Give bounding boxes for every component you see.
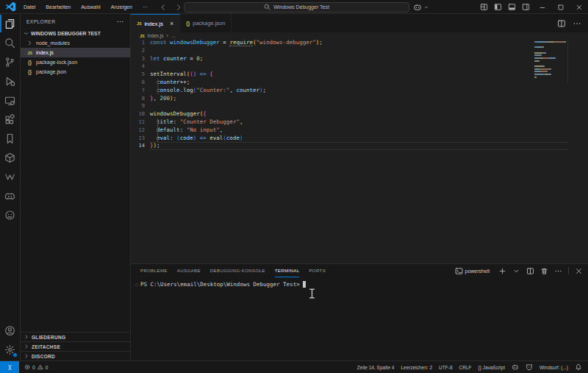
file-index.js[interactable]: JSindex.js [21,48,130,57]
file-label: node_modules [36,40,70,46]
close-panel-icon[interactable] [575,267,583,275]
notifications-icon[interactable] [575,363,582,371]
activity-settings[interactable] [0,340,20,359]
code-line-6[interactable]: 6 counter++; [131,79,588,87]
copilot-menu-button[interactable] [413,0,429,14]
problems-indicator[interactable]: 0 0 [19,364,48,370]
sidebar-sections: GLIEDERUNGZEITACHSEDISCORD [21,332,130,360]
language-mode[interactable]: {} JavaScript [478,365,505,370]
code-line-11[interactable]: 11 title: "Counter Debugger", [131,118,588,127]
close-tab-icon[interactable]: × [170,21,173,26]
menu-overflow-button[interactable]: ··· [137,0,153,14]
code-line-13[interactable]: 13 eval: (code) => eval(code) [131,135,588,143]
menu-bearbeiten[interactable]: Bearbeiten [40,0,76,14]
activity-account[interactable] [0,321,20,340]
code-line-3[interactable]: 3let counter = 0; [131,55,588,63]
cube-icon [4,152,15,163]
file-label: package.json [36,69,66,74]
toggle-primary-sidebar-icon[interactable] [494,3,502,11]
window-controls [533,0,588,14]
code-line-2[interactable]: 2 [131,47,588,55]
window-minimize-button[interactable] [533,0,551,14]
menu-datei[interactable]: Datei [18,0,40,14]
eol[interactable]: CRLF [459,365,472,370]
command-center-search[interactable]: Windows Debugger Test [184,2,409,13]
json-file-icon: {} [186,21,190,26]
forward-icon[interactable] [174,3,183,12]
chevron-down-icon[interactable] [512,267,520,275]
chevron-right-icon [24,334,29,340]
activity-peacock[interactable] [0,205,20,224]
encoding[interactable]: UTF-8 [439,365,452,370]
code-line-5[interactable]: 5setInterval(() => { [131,71,588,79]
menu-anzeigen[interactable]: Anzeigen [106,0,137,14]
line-number: 4 [131,63,150,71]
panel-tab-ausgabe[interactable]: AUSGABE [177,264,201,277]
activity-remote-explorer[interactable] [0,90,20,110]
panel-tab-probleme[interactable]: PROBLEME [140,264,168,277]
code-text: counter++; [150,79,190,87]
remote-indicator[interactable] [0,361,19,373]
tab-index.js[interactable]: JSindex.js× [131,14,180,32]
editor-actions [557,14,588,32]
code-editor[interactable]: 1const windowsDebugger = require("window… [131,39,588,263]
activity-extensions[interactable] [0,110,20,129]
code-line-8[interactable]: 8}, 200); [131,95,588,103]
more-icon[interactable] [554,267,562,275]
indent-guide-active [157,118,158,142]
tree-root-folder[interactable]: WINDOWS DEBUGGER TEST [21,29,130,38]
explorer-more-actions-icon[interactable] [116,18,124,26]
section-zeitachse[interactable]: ZEITACHSE [21,341,130,351]
tab-package.json[interactable]: {}package.json [180,14,232,32]
activity-wakatime[interactable] [0,167,20,186]
window-maximize-button[interactable] [551,0,570,14]
indentation[interactable]: Leerzeichen: 2 [401,365,432,370]
panel-tab-ports[interactable]: PORTS [309,264,326,277]
window-close-button[interactable] [570,0,588,14]
terminal[interactable]: ○ PS C:\Users\email\Desktop\Windows Debu… [131,277,588,288]
trash-icon[interactable] [540,267,548,275]
menu-auswahl[interactable]: Auswahl [76,0,105,14]
code-line-7[interactable]: 7 console.log("Counter:", counter); [131,87,588,95]
breadcrumb-file[interactable]: index.js [147,33,163,38]
toggle-panel-icon[interactable] [508,3,516,11]
file-package-lock.json[interactable]: {}package-lock.json [21,57,130,67]
toggle-secondary-sidebar-icon[interactable] [522,3,530,11]
activity-package[interactable] [0,148,20,167]
activity-source-control[interactable] [0,52,20,71]
windsurf[interactable]: Windsurf: (...) [539,365,568,370]
file-node_modules[interactable]: node_modules [21,38,130,48]
code-line-10[interactable]: 10windowsDebugger({ [131,110,588,118]
add-icon[interactable] [498,267,506,275]
split-editor-icon[interactable] [557,19,566,28]
activity-run-debug[interactable] [0,71,20,90]
minimap[interactable] [534,40,568,82]
github-icon[interactable] [526,363,533,371]
activity-discord[interactable] [0,186,20,205]
activity-search[interactable] [0,33,20,52]
code-line-14[interactable]: 14}); [131,142,588,150]
panel-tab-terminal[interactable]: TERMINAL [275,264,300,277]
code-line-4[interactable]: 4 [131,63,588,71]
code-line-1[interactable]: 1const windowsDebugger = require("window… [131,39,588,47]
terminal-action-icons [498,267,562,275]
terminal-shell-selector[interactable]: powershell [455,267,490,275]
code-line-9[interactable]: 9 [131,102,588,110]
code-text: windowsDebugger({ [150,110,207,118]
activity-explorer[interactable] [0,14,20,33]
section-discord[interactable]: DISCORD [21,351,130,360]
split-icon[interactable] [526,267,534,275]
panel-tab-debugging-konsole[interactable]: DEBUGGING-KONSOLE [210,264,265,277]
file-package.json[interactable]: {}package.json [21,67,130,77]
copilot-icon[interactable] [512,363,519,371]
line-number: 1 [131,39,150,47]
cursor-position[interactable]: Zeile 14, Spalte 4 [357,365,395,370]
activity-bookmarks[interactable] [0,129,20,148]
extensions-icon [4,114,15,125]
breadcrumb-more[interactable]: … [171,33,176,38]
back-icon[interactable] [159,3,168,12]
more-actions-icon[interactable] [573,19,581,28]
code-line-12[interactable]: 12 default: "No input", [131,127,588,135]
customize-layout-icon[interactable] [480,3,488,11]
section-gliederung[interactable]: GLIEDERUNG [21,332,130,341]
